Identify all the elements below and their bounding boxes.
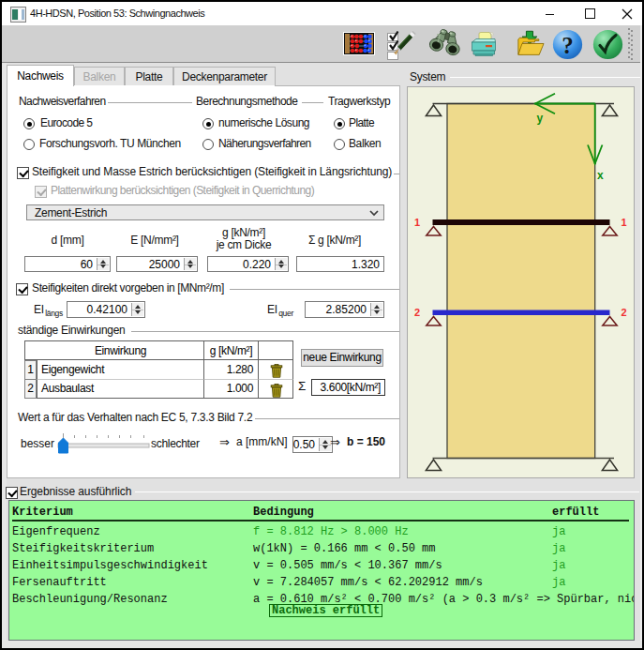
svg-text:?: ? bbox=[562, 33, 574, 58]
svg-text:1: 1 bbox=[414, 217, 420, 228]
svg-text:2: 2 bbox=[622, 307, 627, 318]
svg-text:1: 1 bbox=[622, 217, 627, 228]
svg-text:y: y bbox=[537, 112, 544, 125]
svg-text:2: 2 bbox=[414, 307, 420, 318]
svg-text:x: x bbox=[597, 169, 604, 182]
